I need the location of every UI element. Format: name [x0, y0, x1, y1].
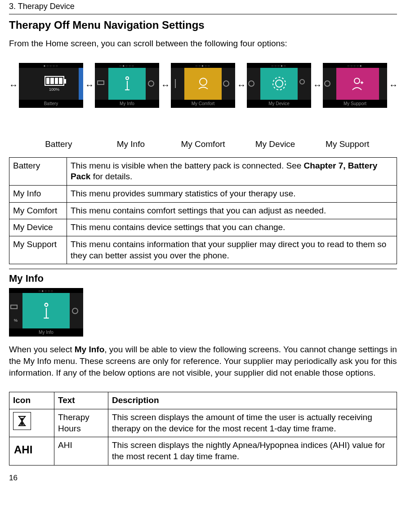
- svg-point-18: [72, 308, 78, 314]
- hourglass-icon: [13, 412, 31, 430]
- device-peek-icon: [323, 75, 336, 93]
- cell-name: My Comfort: [9, 202, 67, 219]
- cell-icon: AHI: [9, 437, 54, 465]
- cell-icon: [9, 409, 54, 437]
- comfort-peek-icon: [247, 75, 260, 93]
- caption-battery: Battery: [22, 139, 95, 149]
- screen-label-battery: Battery: [19, 100, 83, 108]
- page-dots: ●○○○○: [19, 63, 83, 68]
- info-peek-icon: [171, 75, 184, 93]
- icons-table: Icon Text Description Therapy Hours This…: [9, 392, 397, 465]
- svg-point-13: [354, 78, 360, 84]
- screen-label-myinfo: My Info: [95, 100, 159, 108]
- table-row: Therapy Hours This screen displays the a…: [9, 409, 397, 437]
- svg-point-9: [276, 80, 283, 87]
- svg-rect-14: [11, 305, 17, 309]
- page-dots: ○○○○●: [323, 63, 387, 68]
- caption-my-support: My Support: [311, 139, 384, 149]
- svg-point-8: [249, 81, 254, 86]
- cell-name: My Support: [9, 236, 67, 264]
- caption-my-info: My Info: [95, 139, 167, 149]
- intro-text: From the Home screen, you can scroll bet…: [9, 38, 397, 49]
- page-dots: ○●○○○: [95, 63, 159, 68]
- screen-label-mysupport: My Support: [323, 100, 387, 108]
- section-title: Therapy Off Menu Navigation Settings: [9, 19, 397, 31]
- small-pct: %: [14, 318, 18, 323]
- arrow-icon: ↔: [9, 80, 17, 90]
- table-row: My Support This menu contains informatio…: [9, 236, 397, 264]
- svg-point-1: [126, 77, 129, 80]
- cell-text: AHI: [54, 437, 108, 465]
- th-icon: Icon: [9, 392, 54, 409]
- ahi-icon: AHI: [13, 440, 50, 457]
- cell-desc: This menu provides summary statistics of…: [67, 186, 397, 203]
- svg-point-4: [148, 81, 154, 86]
- battery-icon: [45, 76, 64, 86]
- screen-my-device: ○○○●○ My Device: [247, 63, 311, 108]
- page-dots: ○●○○○: [9, 288, 83, 293]
- cell-desc: This menu is visible when the battery pa…: [67, 157, 397, 185]
- gear-icon: [270, 75, 288, 93]
- battery-small-icon: [95, 75, 108, 93]
- table-row: My Device This menu contains device sett…: [9, 219, 397, 236]
- cell-desc: This menu contains device settings that …: [67, 219, 397, 236]
- table-row: My Info This menu provides summary stati…: [9, 186, 397, 203]
- svg-point-12: [325, 81, 330, 86]
- page-dots: ○○○●○: [247, 63, 311, 68]
- caption-my-device: My Device: [239, 139, 312, 149]
- svg-point-11: [300, 80, 304, 84]
- table-row: Battery This menu is visible when the ba…: [9, 157, 397, 185]
- table-row: AHI AHI This screen displays the nightly…: [9, 437, 397, 465]
- arrow-icon: ↔: [389, 80, 397, 90]
- cell-desc: This menu contains information that your…: [67, 236, 397, 264]
- comfort-icon: [194, 75, 212, 93]
- screen-my-support: ○○○○● My Support: [323, 63, 387, 108]
- screen-label-mydevice: My Device: [247, 100, 311, 108]
- th-desc: Description: [108, 392, 397, 409]
- caption-my-comfort: My Comfort: [167, 139, 239, 149]
- comfort-peek-icon: [70, 302, 83, 320]
- device-peek-icon: [222, 75, 235, 93]
- screens-row: ↔ ●○○○○ 100% Battery ↔ ○●○○○: [9, 63, 397, 108]
- table-header-row: Icon Text Description: [9, 392, 397, 409]
- table-row: My Comfort This menu contains comfort se…: [9, 202, 397, 219]
- battery-percent: 100%: [49, 87, 59, 92]
- my-info-small-screen: ○●○○○ % My Info: [9, 288, 83, 337]
- cell-desc: This menu contains comfort settings that…: [67, 202, 397, 219]
- cell-name: Battery: [9, 157, 67, 185]
- arrow-icon: ↔: [85, 80, 93, 90]
- arrow-icon: ↔: [313, 80, 321, 90]
- page-number: 16: [9, 474, 397, 483]
- page-dots: ○○●○○: [171, 63, 235, 68]
- cell-name: My Info: [9, 186, 67, 203]
- comfort-peek-icon: [146, 75, 159, 93]
- caption-labels-row: Battery My Info My Comfort My Device My …: [22, 139, 384, 149]
- my-info-paragraph: When you select My Info, you will be abl…: [9, 344, 397, 378]
- screen-label-mycomfort: My Comfort: [171, 100, 235, 108]
- arrow-icon: ↔: [161, 80, 169, 90]
- chapter-header: 3. Therapy Device: [9, 0, 397, 14]
- my-info-heading: My Info: [9, 273, 397, 284]
- cell-desc: This screen displays the nightly Apnea/H…: [108, 437, 397, 465]
- th-text: Text: [54, 392, 108, 409]
- arrow-icon: ↔: [237, 80, 245, 90]
- screen-label-myinfo-small: My Info: [9, 328, 83, 337]
- svg-point-15: [45, 303, 48, 306]
- svg-point-6: [200, 78, 207, 85]
- cell-text: Therapy Hours: [54, 409, 108, 437]
- info-icon: [39, 301, 54, 321]
- cell-name: My Device: [9, 219, 67, 236]
- svg-rect-0: [98, 81, 104, 84]
- cell-desc: This screen displays the amount of time …: [108, 409, 397, 437]
- screen-my-info: ○●○○○ My Info: [95, 63, 159, 108]
- svg-point-10: [273, 77, 286, 90]
- battery-small-icon: [9, 299, 22, 317]
- info-icon: [120, 75, 134, 93]
- svg-point-7: [223, 81, 229, 86]
- support-icon: [349, 75, 367, 93]
- screen-my-comfort: ○○●○○ My Comfort: [171, 63, 235, 108]
- screen-battery: ●○○○○ 100% Battery: [19, 63, 83, 108]
- support-peek-icon: [298, 75, 311, 93]
- menu-description-table: Battery This menu is visible when the ba…: [9, 157, 397, 265]
